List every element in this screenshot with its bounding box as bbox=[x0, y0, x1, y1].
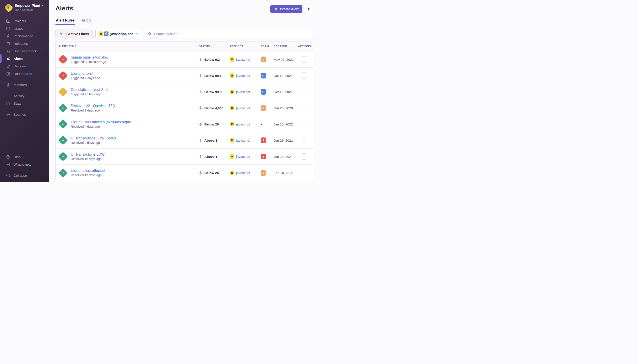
status-arrow-down-icon bbox=[199, 171, 202, 175]
row-actions-button[interactable] bbox=[301, 56, 307, 62]
sidebar-item-what-s-new[interactable]: What's new bbox=[0, 161, 49, 168]
alert-rule-subtitle: Resolved 2 days ago bbox=[71, 108, 115, 112]
column-header-created[interactable]: CREATED bbox=[273, 45, 298, 48]
alert-rule-link[interactable]: Lots of users affected bbox=[71, 169, 105, 173]
sidebar-item-projects[interactable]: Projects bbox=[0, 17, 49, 25]
column-header-alert-rule[interactable]: ALERT RULE bbox=[58, 45, 199, 48]
whats-new-icon bbox=[6, 162, 11, 167]
alert-rule-link[interactable]: UI Transactions LOW bbox=[71, 152, 105, 156]
project-link[interactable]: javascript bbox=[236, 155, 250, 158]
status-arrow-down-icon bbox=[199, 90, 202, 94]
team-avatar[interactable]: S bbox=[261, 154, 266, 160]
sidebar-collapse[interactable]: Collapse bbox=[0, 172, 49, 179]
status-threshold: Above 1 bbox=[204, 155, 217, 158]
alert-rule-link[interactable]: UI Transactions LOW: Safari bbox=[71, 136, 116, 140]
sidebar-item-discover[interactable]: Discover bbox=[0, 62, 49, 70]
alert-rule-link[interactable]: Lots of errors! bbox=[71, 72, 100, 76]
created-date: Oct 12, 2021 bbox=[273, 90, 298, 94]
alert-rule-link[interactable]: Cumulative Layout Shift bbox=[71, 88, 108, 92]
javascript-platform-icon: JS bbox=[230, 57, 234, 62]
sidebar-item-releases[interactable]: Releases bbox=[0, 40, 49, 48]
sidebar-item-alerts[interactable]: Alerts bbox=[0, 55, 49, 62]
search-icon bbox=[148, 32, 152, 36]
row-actions-button[interactable] bbox=[301, 105, 307, 111]
team-none: - bbox=[261, 122, 262, 126]
chevron-down-icon bbox=[136, 32, 139, 35]
table-row: UI Transactions LOW: SafariResolved 9 da… bbox=[56, 132, 313, 148]
created-date: Feb 10, 2020 bbox=[273, 171, 298, 175]
project-link[interactable]: javascript bbox=[236, 90, 250, 94]
team-avatar[interactable]: S bbox=[261, 138, 266, 143]
table-row: Lots of users affected (excludes reque…R… bbox=[56, 116, 313, 132]
team-avatar[interactable]: R bbox=[261, 73, 266, 78]
ellipsis-icon bbox=[302, 106, 306, 110]
nav-item-label: Projects bbox=[14, 19, 26, 23]
team-avatar[interactable]: R bbox=[261, 89, 266, 95]
status-threshold: Below 99.8 bbox=[204, 90, 222, 94]
nav-item-label: What's new bbox=[14, 162, 31, 166]
ellipsis-icon bbox=[302, 58, 306, 61]
row-actions-button[interactable] bbox=[301, 170, 307, 176]
row-actions-button[interactable] bbox=[301, 137, 307, 144]
settings-gear-button[interactable] bbox=[305, 5, 313, 13]
tab-history[interactable]: History bbox=[80, 17, 92, 24]
javascript-platform-icon: JS bbox=[230, 138, 234, 142]
user-name: Jane Schmidt bbox=[15, 8, 45, 12]
project-link[interactable]: javascript bbox=[236, 122, 250, 126]
flame-icon bbox=[61, 58, 65, 61]
tab-bar: Alert RulesHistory bbox=[56, 17, 313, 25]
sidebar: Empower Plant Jane Schmidt ProjectsIssue… bbox=[0, 0, 49, 182]
sidebar-item-issues[interactable]: Issues bbox=[0, 25, 49, 32]
team-avatar[interactable]: V bbox=[261, 56, 266, 62]
sidebar-item-stats[interactable]: Stats bbox=[0, 100, 49, 107]
alert-resolved-icon bbox=[58, 168, 68, 178]
dashboards-icon bbox=[6, 72, 11, 76]
sidebar-nav: ProjectsIssuesPerformanceReleasesUser Fe… bbox=[0, 14, 49, 118]
alert-rule-link[interactable]: Discover V2 - Queries p75() bbox=[71, 104, 115, 108]
row-actions-button[interactable] bbox=[301, 89, 307, 95]
sidebar-item-help[interactable]: Help bbox=[0, 153, 49, 161]
sort-descending-icon bbox=[211, 45, 213, 48]
create-alert-button[interactable]: Create Alert bbox=[270, 5, 302, 13]
sidebar-item-activity[interactable]: Activity bbox=[0, 92, 49, 100]
alert-rule-link[interactable]: Lots of users affected (excludes reque… bbox=[71, 120, 134, 124]
sidebar-item-user-feedback[interactable]: User Feedback bbox=[0, 48, 49, 55]
team-avatar[interactable]: V bbox=[261, 105, 266, 111]
column-header-actions[interactable]: ACTIONS bbox=[298, 45, 311, 48]
project-link[interactable]: javascript bbox=[236, 138, 250, 142]
table-row: Lots of errors!Triggered 2 days agoBelow… bbox=[56, 68, 313, 84]
active-item-indicator bbox=[0, 54, 2, 63]
search-input[interactable] bbox=[145, 29, 313, 38]
tab-alert-rules[interactable]: Alert Rules bbox=[56, 17, 75, 24]
project-link[interactable]: javascript bbox=[236, 74, 250, 78]
org-switcher[interactable]: Empower Plant Jane Schmidt bbox=[0, 0, 49, 14]
check-icon bbox=[61, 106, 65, 110]
filter-icon bbox=[59, 32, 63, 36]
team-avatar[interactable]: V bbox=[261, 170, 266, 176]
status-threshold: Above 1 bbox=[204, 138, 217, 142]
sidebar-item-dashboards[interactable]: Dashboards bbox=[0, 70, 49, 78]
project-link[interactable]: javascript bbox=[236, 171, 250, 175]
row-actions-button[interactable] bbox=[301, 72, 307, 79]
row-actions-button[interactable] bbox=[301, 154, 307, 160]
column-header-team[interactable]: TEAM bbox=[261, 45, 273, 48]
sidebar-item-performance[interactable]: Performance bbox=[0, 32, 49, 40]
check-icon bbox=[61, 122, 65, 126]
page-title: Alerts bbox=[56, 5, 74, 12]
status-threshold: Below 99.1 bbox=[204, 74, 222, 78]
discover-icon bbox=[6, 64, 11, 68]
alert-rule-link[interactable]: Signup page is too slow bbox=[71, 56, 108, 60]
project-link[interactable]: javascript bbox=[236, 106, 250, 110]
created-date: Jun 29, 2021 bbox=[273, 138, 298, 142]
project-link[interactable]: javascript bbox=[236, 58, 250, 62]
sidebar-item-settings[interactable]: Settings bbox=[0, 111, 49, 118]
column-header-project[interactable]: PROJECT bbox=[230, 45, 261, 48]
sidebar-item-monitors[interactable]: Monitors bbox=[0, 81, 49, 89]
alert-rule-subtitle: Triggered 30 minutes ago bbox=[71, 60, 108, 64]
issues-icon bbox=[6, 26, 11, 31]
column-header-status[interactable]: STATUS bbox=[199, 45, 230, 48]
row-actions-button[interactable] bbox=[301, 121, 307, 127]
active-filters-button[interactable]: 2 Active Filters bbox=[56, 29, 93, 38]
ellipsis-icon bbox=[302, 74, 306, 77]
project-selector[interactable]: JS javascript, cdc bbox=[95, 29, 142, 38]
